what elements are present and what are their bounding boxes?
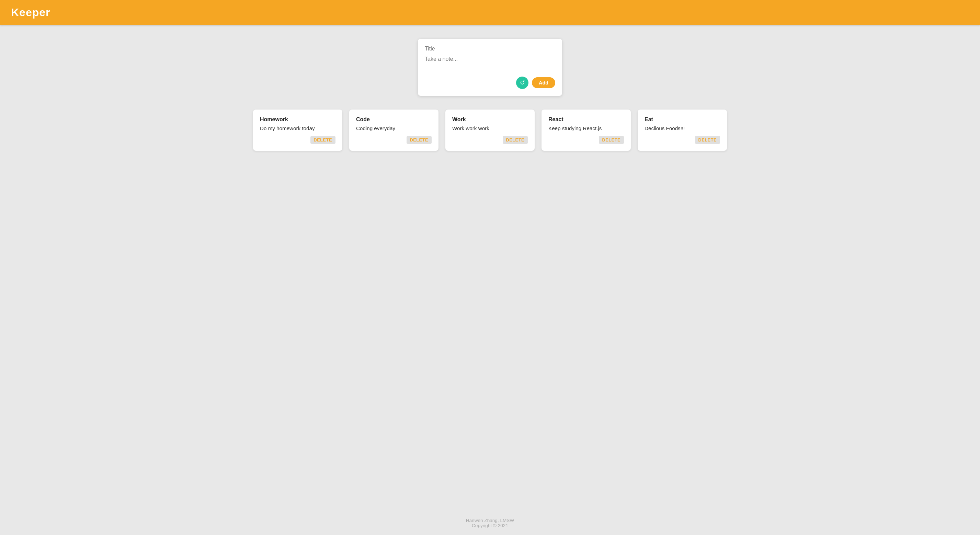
refresh-icon: ↺ <box>520 79 525 86</box>
note-card-footer: DELETE <box>260 136 336 144</box>
delete-button[interactable]: DELETE <box>503 136 528 144</box>
footer-author: Hanwen Zhang, LMSW <box>7 518 973 523</box>
note-content: Coding everyday <box>356 125 432 131</box>
note-title: Code <box>356 116 432 123</box>
note-content: Do my homework today <box>260 125 336 131</box>
app-footer: Hanwen Zhang, LMSW Copyright © 2021 <box>0 511 980 535</box>
note-content: Keep studying React.js <box>548 125 624 131</box>
app-title: Keeper <box>11 6 51 19</box>
app-header: Keeper <box>0 0 980 25</box>
add-button[interactable]: Add <box>532 77 555 88</box>
note-content: Declious Foods!!! <box>644 125 720 131</box>
delete-button[interactable]: DELETE <box>407 136 432 144</box>
note-title: React <box>548 116 624 123</box>
note-content: Work work work <box>452 125 528 131</box>
input-actions: ↺ Add <box>425 76 555 89</box>
delete-button[interactable]: DELETE <box>310 136 336 144</box>
note-title: Eat <box>644 116 720 123</box>
note-title-input[interactable] <box>425 46 555 52</box>
note-card-footer: DELETE <box>356 136 432 144</box>
main-content: ↺ Add Homework Do my homework today DELE… <box>0 25 980 511</box>
notes-grid: Homework Do my homework today DELETE Cod… <box>232 110 748 151</box>
note-card-footer: DELETE <box>452 136 528 144</box>
delete-button[interactable]: DELETE <box>695 136 720 144</box>
note-card: Work Work work work DELETE <box>445 110 535 151</box>
note-title: Homework <box>260 116 336 123</box>
note-card: Homework Do my homework today DELETE <box>253 110 342 151</box>
note-input-area: ↺ Add <box>418 39 562 96</box>
note-card: React Keep studying React.js DELETE <box>541 110 631 151</box>
note-content-input[interactable] <box>425 56 555 70</box>
refresh-button[interactable]: ↺ <box>516 76 528 89</box>
note-card-footer: DELETE <box>548 136 624 144</box>
note-card-footer: DELETE <box>644 136 720 144</box>
note-title: Work <box>452 116 528 123</box>
delete-button[interactable]: DELETE <box>599 136 624 144</box>
footer-copyright: Copyright © 2021 <box>7 523 973 528</box>
note-card: Eat Declious Foods!!! DELETE <box>638 110 727 151</box>
note-card: Code Coding everyday DELETE <box>349 110 439 151</box>
